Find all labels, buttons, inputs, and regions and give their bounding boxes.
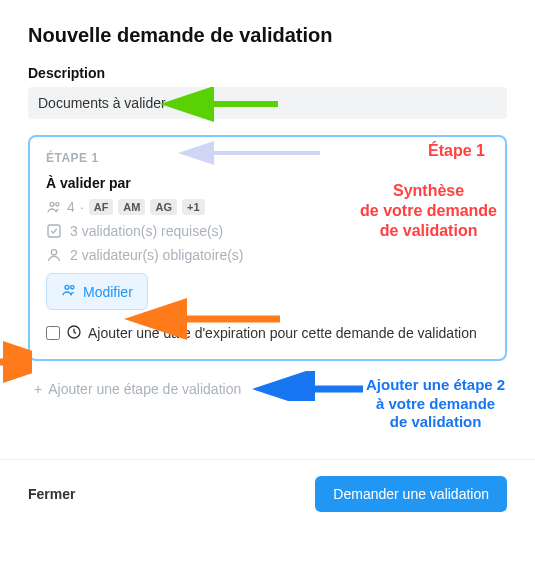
svg-point-6 bbox=[71, 286, 74, 289]
close-button[interactable]: Fermer bbox=[28, 486, 75, 502]
user-icon bbox=[46, 247, 62, 263]
mandatory-validators-text: 2 validateur(s) obligatoire(s) bbox=[70, 247, 244, 263]
modify-button-label: Modifier bbox=[83, 284, 133, 300]
validators-count: 4 bbox=[67, 199, 75, 215]
clock-icon bbox=[66, 324, 82, 345]
annotation-add-step: Ajouter une étape 2 à votre demande de v… bbox=[366, 376, 505, 432]
validator-badge-more: +1 bbox=[182, 199, 205, 215]
users-icon bbox=[46, 199, 62, 215]
check-square-icon bbox=[46, 223, 62, 239]
add-step-label: Ajouter une étape de validation bbox=[48, 381, 241, 397]
separator-dot: · bbox=[80, 199, 84, 215]
modal-footer: Fermer Demander une validation bbox=[0, 459, 535, 532]
page-title: Nouvelle demande de validation bbox=[28, 24, 507, 47]
validator-badge: AM bbox=[118, 199, 145, 215]
modify-button[interactable]: Modifier bbox=[46, 273, 148, 310]
svg-point-5 bbox=[65, 285, 69, 289]
description-input[interactable] bbox=[28, 87, 507, 119]
mandatory-validators-row: 2 validateur(s) obligatoire(s) bbox=[46, 247, 489, 263]
description-label: Description bbox=[28, 65, 507, 81]
svg-point-1 bbox=[50, 202, 54, 206]
annotation-synthese: Synthèse de votre demande de validation bbox=[360, 181, 497, 241]
expire-label: Ajouter une date d'expiration pour cette… bbox=[88, 324, 477, 343]
annotation-etape1: Étape 1 bbox=[428, 141, 485, 161]
plus-icon: + bbox=[34, 381, 42, 397]
svg-rect-3 bbox=[48, 225, 60, 237]
svg-point-4 bbox=[51, 250, 56, 255]
add-step-row-wrap: + Ajouter une étape de validation Ajoute… bbox=[28, 371, 507, 407]
expire-checkbox[interactable] bbox=[46, 326, 60, 340]
required-validations-text: 3 validation(s) requise(s) bbox=[70, 223, 223, 239]
description-section: Description bbox=[28, 65, 507, 135]
step-1-box: ÉTAPE 1 À valider par 4 · AF AM AG +1 3 … bbox=[28, 135, 507, 361]
users-icon bbox=[61, 282, 77, 301]
validator-badge: AG bbox=[150, 199, 177, 215]
expire-row: Ajouter une date d'expiration pour cette… bbox=[46, 324, 489, 345]
submit-button[interactable]: Demander une validation bbox=[315, 476, 507, 512]
step-1-header: ÉTAPE 1 bbox=[46, 151, 489, 165]
validator-badge: AF bbox=[89, 199, 114, 215]
svg-point-2 bbox=[56, 203, 59, 206]
